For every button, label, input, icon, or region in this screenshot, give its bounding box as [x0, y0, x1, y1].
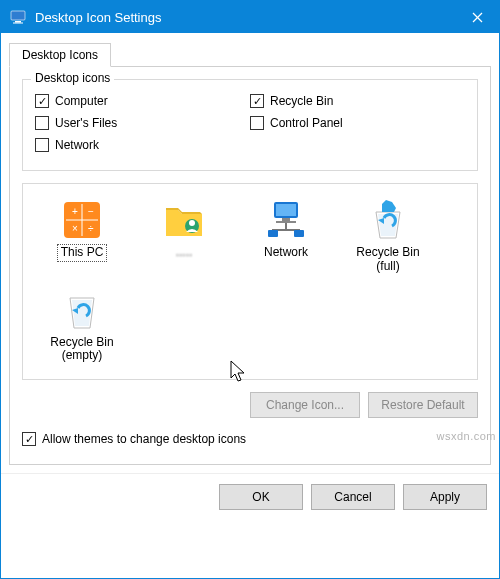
window-title: Desktop Icon Settings: [35, 10, 161, 25]
svg-rect-2: [13, 23, 23, 24]
change-icon-button[interactable]: Change Icon...: [250, 392, 360, 418]
icon-this-pc[interactable]: + − × ÷ This PC: [33, 194, 131, 276]
client-area: Desktop Icons Desktop icons ✓ Computer U…: [1, 33, 499, 473]
svg-rect-16: [282, 218, 290, 221]
icon-label: Network: [262, 246, 310, 260]
checkbox-icon: ✓: [35, 94, 49, 108]
cancel-button[interactable]: Cancel: [311, 484, 395, 510]
svg-rect-0: [11, 11, 25, 20]
restore-default-button[interactable]: Restore Default: [368, 392, 478, 418]
svg-rect-21: [294, 230, 304, 237]
icon-recycle-full[interactable]: Recycle Bin (full): [339, 194, 437, 276]
icon-action-row: Change Icon... Restore Default: [22, 392, 478, 418]
svg-point-13: [189, 220, 195, 226]
svg-text:÷: ÷: [88, 223, 94, 234]
titlebar: Desktop Icon Settings: [1, 1, 499, 33]
check-computer[interactable]: ✓ Computer: [35, 94, 250, 108]
check-label: Recycle Bin: [270, 94, 333, 108]
group-desktop-icons: Desktop icons ✓ Computer User's Files Ne…: [22, 79, 478, 171]
recycle-full-icon: [364, 196, 412, 244]
checkbox-icon: ✓: [250, 94, 264, 108]
icon-label: This PC: [59, 246, 106, 260]
svg-rect-1: [15, 21, 21, 23]
check-usersfiles[interactable]: User's Files: [35, 116, 250, 130]
svg-rect-17: [276, 221, 296, 223]
tab-desktop-icons[interactable]: Desktop Icons: [9, 43, 111, 67]
icon-preview-area: + − × ÷ This PC: [22, 183, 478, 380]
checkbox-icon: [35, 116, 49, 130]
checkbox-icon: [35, 138, 49, 152]
watermark: wsxdn.com: [436, 430, 496, 442]
checkbox-icon: ✓: [22, 432, 36, 446]
check-label: Control Panel: [270, 116, 343, 130]
check-label: Network: [55, 138, 99, 152]
icon-recycle-empty[interactable]: Recycle Bin (empty): [33, 284, 131, 366]
check-controlpanel[interactable]: Control Panel: [250, 116, 465, 130]
check-recyclebin[interactable]: ✓ Recycle Bin: [250, 94, 465, 108]
svg-text:×: ×: [72, 223, 78, 234]
check-allow-themes[interactable]: ✓ Allow themes to change desktop icons: [22, 432, 478, 446]
svg-rect-20: [268, 230, 278, 237]
this-pc-icon: + − × ÷: [58, 196, 106, 244]
icon-label: Recycle Bin (empty): [48, 336, 115, 364]
svg-rect-15: [276, 204, 296, 216]
svg-text:+: +: [72, 206, 78, 217]
network-icon: [262, 196, 310, 244]
dialog-footer: OK Cancel Apply: [1, 473, 499, 522]
tabstrip: Desktop Icons: [9, 43, 491, 67]
close-button[interactable]: [455, 1, 499, 33]
ok-button[interactable]: OK: [219, 484, 303, 510]
icon-user-folder[interactable]: .....: [135, 194, 233, 276]
check-label: Allow themes to change desktop icons: [42, 432, 246, 446]
check-label: User's Files: [55, 116, 117, 130]
tab-panel: Desktop icons ✓ Computer User's Files Ne…: [9, 67, 491, 465]
icon-network[interactable]: Network: [237, 194, 335, 276]
icon-label: .....: [161, 246, 207, 260]
user-folder-icon: [160, 196, 208, 244]
icon-label: Recycle Bin (full): [354, 246, 421, 274]
apply-button[interactable]: Apply: [403, 484, 487, 510]
check-network[interactable]: Network: [35, 138, 250, 152]
checkbox-icon: [250, 116, 264, 130]
check-label: Computer: [55, 94, 108, 108]
svg-text:−: −: [88, 206, 94, 217]
recycle-empty-icon: [58, 286, 106, 334]
system-icon: [9, 8, 27, 26]
group-legend: Desktop icons: [31, 71, 114, 85]
